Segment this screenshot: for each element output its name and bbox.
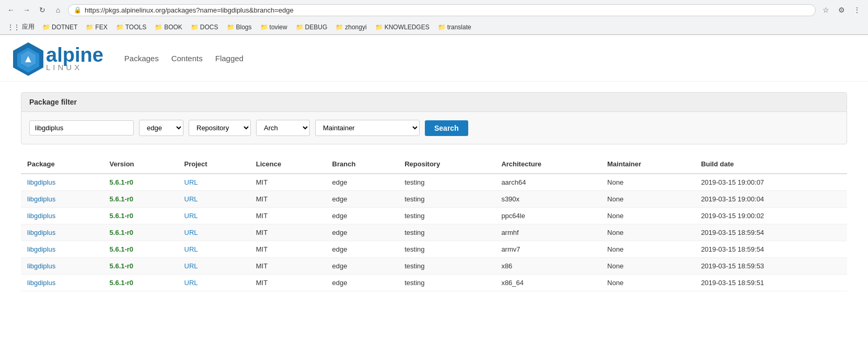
table-row: libgdiplus 5.6.1-r0 URL MIT edge testing… — [21, 174, 847, 191]
project-url-link[interactable]: URL — [184, 245, 198, 253]
bookmark-fex[interactable]: 📁 FEX — [82, 22, 111, 32]
bookmark-label: DEBUG — [305, 24, 328, 31]
version-value: 5.6.1-r0 — [110, 245, 134, 253]
project-url-link[interactable]: URL — [184, 212, 198, 220]
browser-toolbar: ← → ↻ ⌂ 🔒 ☆ ⚙ ⋮ — [0, 0, 868, 20]
bookmark-toview[interactable]: 📁 toview — [257, 22, 291, 32]
bookmark-blogs[interactable]: 📁 Blogs — [223, 22, 256, 32]
bookmark-knowledges[interactable]: 📁 KNOWLEDGES — [372, 22, 433, 32]
project-url-link[interactable]: URL — [184, 229, 198, 236]
cell-architecture: aarch64 — [495, 174, 601, 191]
bookmark-label: zhongyi — [345, 24, 366, 31]
cell-build-date: 2019-03-15 18:59:54 — [695, 241, 847, 258]
cell-project: URL — [178, 174, 250, 191]
menu-button[interactable]: ⋮ — [850, 3, 864, 17]
lock-icon: 🔒 — [74, 6, 82, 14]
table-row: libgdiplus 5.6.1-r0 URL MIT edge testing… — [21, 208, 847, 224]
refresh-button[interactable]: ↻ — [36, 3, 49, 17]
bookmark-book[interactable]: 📁 BOOK — [151, 22, 186, 32]
cell-repository: testing — [398, 275, 495, 291]
project-url-link[interactable]: URL — [184, 178, 198, 186]
col-project: Project — [178, 155, 250, 174]
address-input[interactable] — [85, 6, 810, 14]
cell-repository: testing — [398, 174, 495, 191]
bookmark-tools[interactable]: 📁 TOOLS — [112, 22, 150, 32]
project-url-link[interactable]: URL — [184, 262, 198, 270]
cell-maintainer: None — [601, 191, 695, 208]
version-value: 5.6.1-r0 — [110, 229, 134, 236]
browser-chrome: ← → ↻ ⌂ 🔒 ☆ ⚙ ⋮ ⋮⋮ 应用 📁 DOTNET 📁 FEX 📁 — [0, 0, 868, 35]
cell-branch: edge — [326, 258, 399, 275]
maintainer-select[interactable]: Maintainer — [315, 120, 420, 136]
package-link[interactable]: libgdiplus — [27, 245, 55, 253]
cell-package: libgdiplus — [21, 258, 103, 275]
logo-text: alpine linux — [46, 45, 103, 72]
cell-licence: MIT — [250, 258, 326, 275]
project-url-link[interactable]: URL — [184, 195, 198, 203]
version-value: 5.6.1-r0 — [110, 212, 134, 220]
cell-branch: edge — [326, 174, 399, 191]
cell-repository: testing — [398, 241, 495, 258]
cell-repository: testing — [398, 191, 495, 208]
site-header: ▲ alpine linux Packages Contents Flagged — [0, 35, 868, 82]
col-repository: Repository — [398, 155, 495, 174]
home-button[interactable]: ⌂ — [51, 3, 65, 17]
cell-maintainer: None — [601, 258, 695, 275]
table-body: libgdiplus 5.6.1-r0 URL MIT edge testing… — [21, 174, 847, 291]
search-button[interactable]: Search — [425, 120, 468, 136]
bookmark-dotnet[interactable]: 📁 DOTNET — [39, 22, 81, 32]
package-link[interactable]: libgdiplus — [27, 178, 55, 186]
cell-project: URL — [178, 224, 250, 241]
cell-package: libgdiplus — [21, 191, 103, 208]
cell-repository: testing — [398, 224, 495, 241]
main-nav: Packages Contents Flagged — [124, 54, 244, 63]
apps-grid-icon: ⋮⋮ — [7, 24, 20, 31]
bookmark-docs[interactable]: 📁 DOCS — [187, 22, 222, 32]
nav-flagged[interactable]: Flagged — [215, 54, 244, 63]
bookmark-debug[interactable]: 📁 DEBUG — [292, 22, 331, 32]
bookmark-translate[interactable]: 📁 translate — [434, 22, 475, 32]
cell-licence: MIT — [250, 275, 326, 291]
nav-contents[interactable]: Contents — [171, 54, 203, 63]
bookmark-label: BOOK — [164, 24, 182, 31]
package-link[interactable]: libgdiplus — [27, 262, 55, 270]
table-row: libgdiplus 5.6.1-r0 URL MIT edge testing… — [21, 275, 847, 291]
project-url-link[interactable]: URL — [184, 279, 198, 287]
filter-header: Package filter — [21, 93, 847, 112]
star-button[interactable]: ☆ — [819, 3, 832, 17]
arch-select[interactable]: Arch x86 x86_64 aarch64 armhf armv7 s390… — [256, 120, 310, 136]
cell-branch: edge — [326, 275, 399, 291]
cell-project: URL — [178, 241, 250, 258]
table-row: libgdiplus 5.6.1-r0 URL MIT edge testing… — [21, 258, 847, 275]
repository-select[interactable]: Repository main community testing — [189, 120, 251, 136]
cell-licence: MIT — [250, 241, 326, 258]
cell-architecture: armhf — [495, 224, 601, 241]
package-link[interactable]: libgdiplus — [27, 229, 55, 236]
back-button[interactable]: ← — [4, 3, 18, 17]
package-link[interactable]: libgdiplus — [27, 212, 55, 220]
version-value: 5.6.1-r0 — [110, 195, 134, 203]
package-link[interactable]: libgdiplus — [27, 195, 55, 203]
table-row: libgdiplus 5.6.1-r0 URL MIT edge testing… — [21, 224, 847, 241]
table-row: libgdiplus 5.6.1-r0 URL MIT edge testing… — [21, 191, 847, 208]
bookmark-label: DOTNET — [52, 24, 77, 31]
apps-button[interactable]: ⋮⋮ 应用 — [4, 21, 38, 33]
nav-packages[interactable]: Packages — [124, 54, 159, 63]
forward-button[interactable]: → — [20, 3, 33, 17]
cell-package: libgdiplus — [21, 275, 103, 291]
folder-icon: 📁 — [116, 24, 124, 31]
package-name-input[interactable] — [29, 120, 134, 135]
cell-branch: edge — [326, 224, 399, 241]
col-licence: Licence — [250, 155, 326, 174]
cell-licence: MIT — [250, 191, 326, 208]
cell-architecture: armv7 — [495, 241, 601, 258]
package-link[interactable]: libgdiplus — [27, 279, 55, 287]
cell-version: 5.6.1-r0 — [103, 208, 178, 224]
cell-licence: MIT — [250, 174, 326, 191]
filter-section: Package filter edge v3.9 v3.8 v3.7 Repos… — [21, 92, 847, 144]
extensions-button[interactable]: ⚙ — [835, 3, 848, 17]
cell-build-date: 2019-03-15 18:59:51 — [695, 275, 847, 291]
bookmark-zhongyi[interactable]: 📁 zhongyi — [332, 22, 370, 32]
cell-architecture: ppc64le — [495, 208, 601, 224]
branch-select[interactable]: edge v3.9 v3.8 v3.7 — [139, 120, 183, 136]
